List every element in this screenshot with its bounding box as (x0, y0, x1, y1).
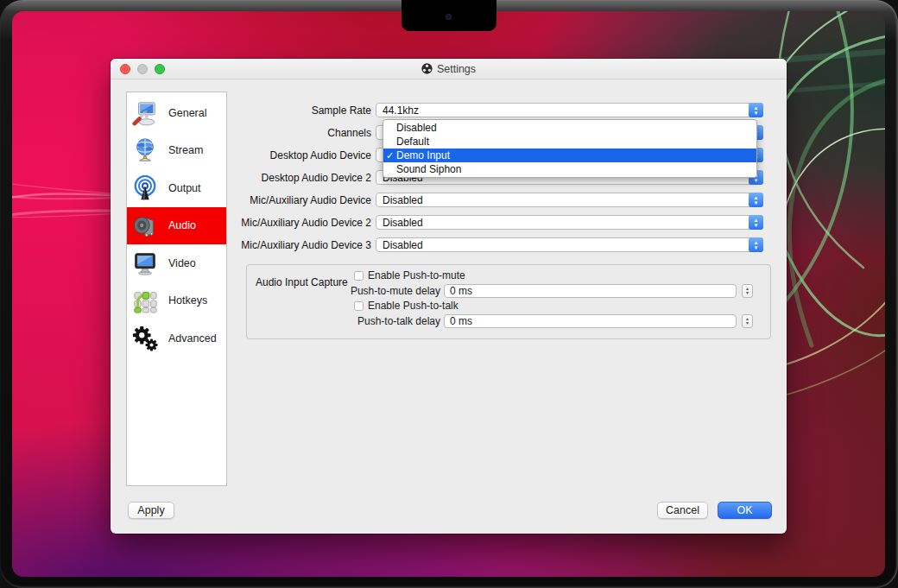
window-title: Settings (421, 63, 476, 75)
push-to-mute-delay-row: Push-to-mute delay 0 ms (247, 284, 770, 298)
field-label: Mic/Auxiliary Audio Device (124, 194, 376, 206)
spinner-label: Push-to-mute delay (247, 285, 444, 297)
form-row: Mic/Auxiliary Audio Device Disabled (124, 193, 763, 207)
select-value: Disabled (383, 194, 423, 206)
spinner-stepper-icon[interactable] (742, 314, 753, 328)
spinner-value: 0 ms (450, 315, 472, 327)
menu-option-demo-input[interactable]: ✓ Demo Input (383, 149, 756, 162)
obs-logo-icon (421, 63, 433, 74)
menu-option-label: Sound Siphon (396, 163, 461, 175)
close-button[interactable] (120, 64, 130, 74)
form-row: Mic/Auxiliary Audio Device 2 Disabled (124, 215, 763, 230)
menu-option-label: Disabled (396, 122, 437, 134)
menu-option-disabled[interactable]: Disabled (383, 121, 756, 135)
settings-window: Settings General (111, 59, 787, 534)
push-to-mute-checkbox[interactable] (354, 271, 364, 281)
spinner-value: 0 ms (450, 285, 472, 297)
mic-aux-device-3-select[interactable]: Disabled (376, 237, 763, 252)
form-row: Sample Rate 44.1khz (124, 103, 763, 117)
sidebar-item-label: Video (168, 257, 196, 269)
dropdown-stepper-icon[interactable] (749, 103, 763, 117)
push-to-talk-checkbox[interactable] (354, 301, 364, 311)
dropdown-stepper-icon[interactable] (749, 237, 763, 252)
dropdown-stepper-icon[interactable] (749, 215, 763, 230)
menu-option-default[interactable]: Default (383, 135, 756, 149)
traffic-lights (120, 64, 165, 74)
display-notch (402, 0, 496, 31)
field-label: Channels (124, 127, 376, 139)
titlebar[interactable]: Settings (111, 59, 787, 79)
ok-button[interactable]: OK (718, 502, 772, 519)
sidebar-item-label: Advanced (168, 332, 217, 345)
mic-aux-device-2-select[interactable]: Disabled (376, 215, 763, 230)
field-label: Mic/Auxiliary Audio Device 2 (124, 217, 376, 229)
mic-aux-device-select[interactable]: Disabled (376, 193, 763, 207)
push-to-talk-delay-input[interactable]: 0 ms (444, 314, 737, 328)
field-label: Desktop Audio Device (124, 149, 376, 161)
check-icon: ✓ (386, 150, 394, 161)
window-title-text: Settings (437, 63, 476, 75)
push-to-talk-delay-row: Push-to-talk delay 0 ms (247, 314, 770, 328)
zoom-button[interactable] (155, 64, 165, 74)
hotkeys-icon (130, 286, 160, 315)
push-to-mute-delay-input[interactable]: 0 ms (444, 284, 737, 298)
menu-option-sound-siphon[interactable]: Sound Siphon (383, 162, 756, 176)
device-dropdown-menu: Disabled Default ✓ Demo Input Sound Siph… (383, 119, 757, 178)
apply-button[interactable]: Apply (128, 502, 174, 519)
webcam-icon (446, 14, 452, 20)
spinner-stepper-icon[interactable] (742, 284, 753, 298)
sample-rate-select[interactable]: 44.1khz (376, 103, 763, 117)
menu-option-label: Default (396, 136, 429, 148)
advanced-icon (130, 324, 160, 353)
select-value: Disabled (383, 217, 423, 229)
enable-push-to-talk-row: Enable Push-to-talk (354, 300, 458, 312)
checkbox-label: Enable Push-to-talk (368, 300, 458, 312)
sidebar-item-advanced[interactable]: Advanced (127, 319, 226, 357)
sidebar-item-label: Hotkeys (168, 294, 207, 307)
field-label: Mic/Auxiliary Audio Device 3 (124, 239, 376, 251)
select-value: Disabled (383, 239, 423, 251)
cancel-button[interactable]: Cancel (657, 502, 708, 519)
menu-option-label: Demo Input (396, 149, 450, 161)
dropdown-stepper-icon[interactable] (749, 193, 763, 207)
macbook-screenshot: Settings General (0, 0, 898, 588)
checkbox-label: Enable Push-to-mute (368, 269, 465, 281)
sidebar-item-hotkeys[interactable]: Hotkeys (127, 282, 226, 320)
minimize-button[interactable] (137, 64, 148, 74)
audio-input-capture-group: Audio Input Capture Enable Push-to-mute … (246, 264, 771, 339)
enable-push-to-mute-row: Enable Push-to-mute (354, 269, 465, 281)
field-label: Desktop Audio Device 2 (124, 172, 376, 184)
spinner-label: Push-to-talk delay (247, 315, 444, 327)
select-value: 44.1khz (383, 104, 419, 117)
form-row: Mic/Auxiliary Audio Device 3 Disabled (124, 237, 763, 252)
video-icon (130, 249, 160, 278)
field-label: Sample Rate (124, 104, 376, 117)
